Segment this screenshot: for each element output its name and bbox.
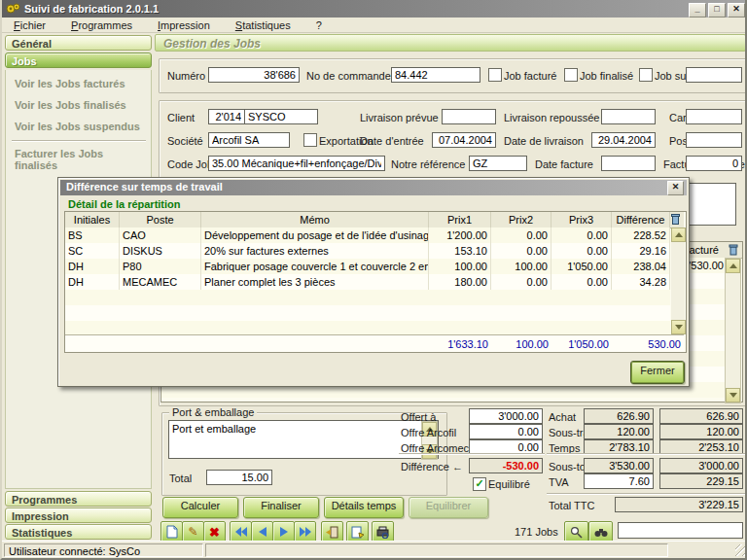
tva-rate-field[interactable] [584, 473, 654, 489]
last-record-button[interactable] [294, 521, 316, 542]
sidebar-item-jobs-factures[interactable]: Voir les Jobs facturés [15, 78, 149, 93]
job-lines-trash-icon[interactable] [728, 243, 739, 256]
date-facture-field[interactable] [601, 156, 656, 171]
last-arrows-icon [300, 527, 311, 537]
port-total-field[interactable] [206, 470, 272, 485]
date-entree-label: Date d'entrée [360, 135, 424, 147]
livraison-repoussee-label: Livraison repoussée [504, 112, 599, 123]
col-prix1-header[interactable]: Prix1 [429, 212, 491, 228]
table-row[interactable]: SC DISKUS 20% sur factures externes 153.… [65, 243, 670, 259]
port-total-label: Total [169, 472, 192, 484]
cell-prix3: 1'050.00 [551, 259, 612, 274]
menu-programmes[interactable]: Programmes [71, 19, 132, 32]
sidebar-header-programmes[interactable]: Programmes [5, 491, 152, 507]
cell-difference: 34.28 [612, 274, 670, 290]
table-row[interactable]: BS CAO Développement du posage et de l'i… [65, 228, 670, 243]
next-record-button[interactable] [272, 521, 295, 542]
job-id-extra-field[interactable] [686, 67, 742, 83]
job-suspendu-checkbox[interactable] [639, 68, 653, 82]
calculer-button[interactable]: Calculer [162, 497, 238, 518]
cell-difference: 238.04 [612, 259, 670, 274]
exit-form-button[interactable] [321, 521, 343, 542]
sidebar-header-general[interactable]: Général [5, 35, 152, 51]
menu-statistiques[interactable]: Statistiques [235, 19, 291, 32]
cell-prix3: 0.00 [551, 228, 612, 243]
sidebar-header-jobs[interactable]: Jobs [5, 52, 152, 68]
cell-prix3: 0.00 [551, 243, 612, 259]
col-prix3-header[interactable]: Prix3 [551, 212, 612, 228]
job-facture-checkbox[interactable] [488, 68, 502, 82]
offert-field[interactable] [469, 408, 543, 424]
offers-separator [399, 453, 545, 454]
cell-prix2: 0.00 [491, 274, 551, 290]
facture-associee-field[interactable] [686, 156, 742, 171]
minimize-button[interactable]: _ [689, 3, 706, 18]
sidebar-item-facturer-jobs[interactable]: Facturer les Jobs finalisés [15, 148, 149, 163]
societe-field[interactable] [208, 132, 290, 148]
new-record-button[interactable] [160, 521, 183, 542]
print-preview-button[interactable] [372, 521, 394, 542]
client-name-field[interactable] [244, 109, 318, 124]
status-panel-2 [205, 543, 668, 557]
sous-total-field-2 [659, 458, 743, 473]
status-user: Utilisateur connecté: SysCo [4, 543, 203, 557]
sidebar-item-jobs-suspendus[interactable]: Voir les Jobs suspendus [15, 121, 149, 136]
cell-prix1: 153.10 [429, 243, 491, 259]
cell-difference: 228.52 [612, 228, 670, 243]
delete-record-button[interactable]: ✖ [203, 521, 226, 542]
details-temps-button[interactable]: Détails temps [324, 497, 404, 518]
col-prix2-header[interactable]: Prix2 [491, 212, 551, 228]
numero-field[interactable] [208, 67, 300, 83]
close-button[interactable]: ✕ [728, 3, 745, 18]
table-row[interactable]: DH MECAMEC Planer complet les 3 pièces 1… [65, 274, 670, 290]
report-button[interactable] [346, 521, 369, 542]
commande-field[interactable] [391, 67, 480, 83]
total-prix3: 1'050.00 [551, 335, 612, 351]
fermer-button[interactable]: Fermer [630, 361, 685, 384]
costs-separator [547, 453, 745, 454]
search-button[interactable] [588, 521, 613, 542]
livraison-prevue-field[interactable] [442, 109, 496, 124]
clear-filter-button[interactable] [564, 521, 588, 542]
menu-impression[interactable]: Impression [158, 19, 210, 32]
job-lines-scrollbar[interactable] [725, 258, 741, 403]
edit-record-button[interactable]: ✎ [182, 521, 204, 542]
dialog-close-button[interactable]: ✕ [667, 181, 684, 195]
finaliser-button[interactable]: Finaliser [243, 497, 319, 518]
cell-prix3: 0.00 [551, 274, 612, 290]
sidebar-header-statistiques[interactable]: Statistiques [5, 524, 152, 540]
menu-help[interactable]: ? [316, 19, 322, 32]
repartition-totals-row: 1'633.10 100.00 1'050.00 530.00 [65, 334, 684, 352]
livraison-repoussee-field[interactable] [601, 109, 656, 124]
repartition-scrollbar[interactable] [671, 228, 685, 334]
offre-arcofil-label: Offre Arcofil [401, 427, 456, 438]
previous-record-button[interactable] [251, 521, 273, 542]
sidebar-separator [12, 140, 146, 141]
maximize-button[interactable]: □ [708, 3, 726, 18]
reference-field[interactable] [469, 156, 527, 171]
quick-search-input[interactable] [618, 522, 743, 539]
table-trash-icon[interactable] [670, 212, 684, 228]
equilibre-checkbox[interactable]: ✓ [473, 477, 486, 491]
first-record-button[interactable] [230, 521, 252, 542]
job-finalise-checkbox[interactable] [564, 68, 578, 82]
menu-fichier[interactable]: Fichier [14, 19, 46, 32]
offre-arcofil-field[interactable] [469, 424, 543, 439]
col-memo-header[interactable]: Mémo [201, 212, 429, 228]
col-initiales-header[interactable]: Initiales [65, 212, 120, 228]
col-difference-header[interactable]: Différence [612, 212, 670, 228]
date-entree-field[interactable] [432, 132, 496, 148]
sidebar-header-impression[interactable]: Impression [5, 508, 152, 523]
resize-grip[interactable] [735, 544, 747, 556]
col-poste-header[interactable]: Poste [120, 212, 201, 228]
posage-field[interactable] [686, 132, 742, 148]
table-row[interactable]: DH P80 Fabriquer posage couvercle 1 et c… [65, 259, 670, 274]
carton-field[interactable] [686, 109, 742, 124]
sidebar-item-jobs-finalises[interactable]: Voir les Jobs finalisés [15, 99, 149, 115]
achat-field-2 [659, 408, 743, 424]
codejob-label: Code Job [167, 158, 213, 170]
client-code-field[interactable] [208, 109, 245, 124]
exportation-checkbox[interactable] [303, 133, 317, 147]
date-livraison-field[interactable] [591, 132, 656, 148]
codejob-field[interactable] [208, 156, 385, 171]
